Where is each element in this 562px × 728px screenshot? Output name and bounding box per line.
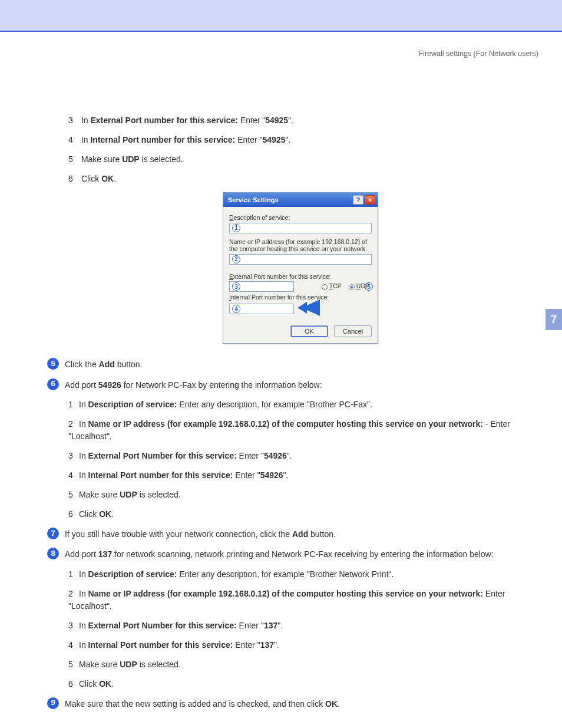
step8-sub-5: 5Make sure UDP is selected. [68, 658, 533, 671]
header-title: Firewall settings (For Network users) [418, 50, 538, 58]
desc-label: Description of service: [229, 214, 372, 222]
step-8: 8 Add port 137 for network scanning, net… [47, 548, 533, 561]
step6-sub-6: 6Click OK. [68, 508, 533, 521]
help-button[interactable]: ? [353, 195, 363, 205]
ip-input[interactable]: 2 [229, 254, 372, 265]
udp-radio[interactable]: UDP [349, 282, 369, 289]
dialog-title: Service Settings [228, 196, 279, 203]
cancel-button[interactable]: Cancel [334, 325, 372, 337]
sub-3: 3 In External Port number for this servi… [68, 114, 533, 127]
step6-sub-2: 2In Name or IP address (for example 192.… [68, 418, 533, 443]
step-5: 5 Click the Add button. [47, 358, 533, 371]
close-button[interactable]: × [365, 195, 375, 205]
sub-4: 4 In Internal Port number for this servi… [68, 134, 533, 146]
step8-sub-6: 6Click OK. [68, 678, 533, 690]
arrow-icon [294, 302, 318, 316]
step8-sub-4: 4In Internal Port number for this servic… [68, 639, 533, 651]
content: 3 In External Port number for this servi… [0, 32, 562, 728]
tcp-radio[interactable]: TCP [322, 282, 342, 289]
step8-sub-2: 2In Name or IP address (for example 192.… [68, 588, 533, 612]
step8-sub-1: 1In Description of service: Enter any de… [68, 568, 533, 581]
ip-label: Name or IP address (for example 192.168.… [229, 238, 372, 253]
step8-sub-3: 3In External Port Number for this servic… [68, 620, 533, 632]
int-input[interactable]: 4 [229, 304, 294, 314]
step-7: 7 If you still have trouble with your ne… [47, 528, 533, 541]
desc-input[interactable]: 1 [229, 223, 372, 233]
step6-sub-4: 4In Internal Port number for this servic… [68, 469, 533, 482]
step-6: 6 Add port 54926 for Network PC-Fax by e… [47, 378, 533, 391]
svg-marker-0 [297, 299, 320, 316]
step-9: 9 Make sure that the new setting is adde… [47, 697, 533, 710]
dialog-titlebar: Service Settings ? × [223, 193, 378, 207]
chapter-tab: 7 [546, 309, 562, 330]
ok-button[interactable]: OK [290, 325, 328, 337]
ext-label: External Port number for this service: [229, 273, 365, 281]
service-settings-dialog: Service Settings ? × Description of serv… [223, 192, 378, 344]
ext-input[interactable]: 3 [229, 281, 294, 292]
step6-sub-5: 5Make sure UDP is selected. [68, 489, 533, 501]
sub-5: 5 Make sure UDP is selected. [68, 153, 533, 166]
step6-sub-3: 3In External Port Number for this servic… [68, 450, 533, 462]
step6-sub-1: 1In Description of service: Enter any de… [68, 398, 533, 411]
sub-6: 6 Click OK. [68, 173, 533, 185]
top-band [0, 0, 562, 32]
